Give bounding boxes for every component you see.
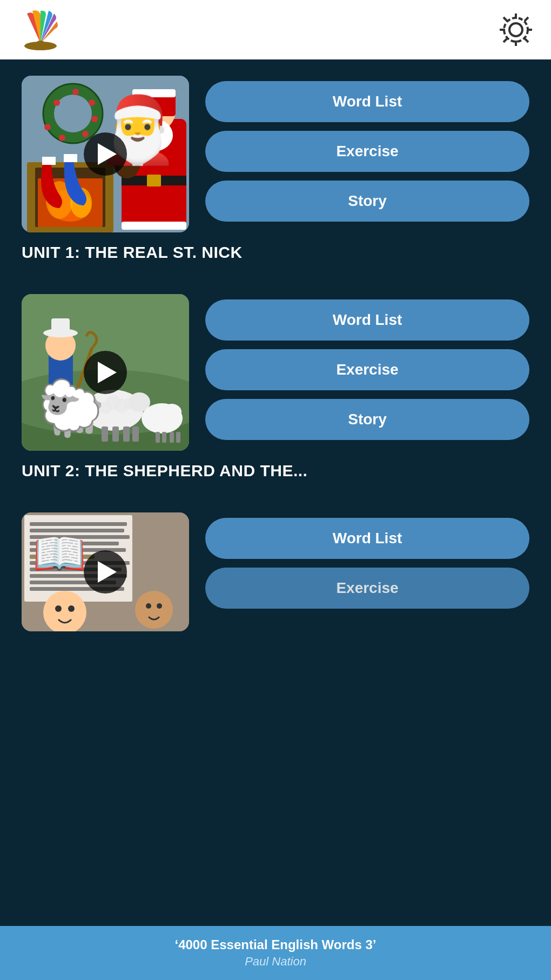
footer-book-title: ‘4000 Essential English Words 3’ [174,937,376,952]
svg-point-73 [135,591,173,629]
svg-rect-64 [30,555,95,559]
unit-2-wordlist-button[interactable]: Word List [205,299,529,341]
unit-2-row: Word List Exercise Story [22,294,529,451]
unit-2-story-button[interactable]: Story [205,399,529,440]
unit-1-block: Word List Exercise Story UNIT 1: THE REA… [22,76,529,262]
unit-3-play-button[interactable] [84,550,127,594]
svg-rect-61 [30,542,119,545]
footer-author: Paul Nation [245,955,306,969]
main-content: Word List Exercise Story UNIT 1: THE REA… [0,59,551,729]
svg-rect-20 [42,157,56,165]
unit-3-wordlist-button[interactable]: Word List [205,518,529,559]
svg-point-74 [146,603,151,609]
unit-1-thumbnail[interactable] [22,76,189,232]
svg-point-11 [82,131,89,137]
svg-point-75 [157,603,162,609]
svg-rect-28 [122,222,186,230]
unit-3-row: Word List Exercise [22,512,529,631]
unit-2-buttons: Word List Exercise Story [205,294,529,440]
svg-point-23 [132,89,176,132]
unit-3-exercise-button[interactable]: Exercise [205,568,529,609]
unit-2-thumbnail[interactable] [22,294,189,451]
svg-rect-44 [132,426,139,442]
play-icon [98,143,117,165]
unit-3-thumbnail[interactable] [22,512,189,631]
unit-2-block: Word List Exercise Story UNIT 2: THE SHE… [22,294,529,480]
app-logo[interactable] [16,8,65,51]
svg-rect-24 [132,92,176,116]
svg-rect-63 [30,555,95,559]
svg-point-3 [504,18,528,42]
svg-point-2 [509,23,522,36]
svg-point-47 [162,404,182,420]
svg-point-29 [135,119,173,151]
svg-rect-50 [170,432,174,443]
svg-point-10 [91,116,98,122]
play-icon [98,561,117,583]
svg-point-8 [72,89,79,95]
svg-point-71 [55,605,62,612]
unit-1-exercise-button[interactable]: Exercise [205,131,529,172]
unit-1-wordlist-button[interactable]: Word List [205,81,529,122]
svg-rect-21 [64,154,77,162]
svg-point-7 [53,99,60,106]
svg-point-13 [44,124,51,130]
svg-rect-27 [147,175,161,186]
svg-point-12 [59,135,65,141]
unit-1-story-button[interactable]: Story [205,181,529,222]
svg-rect-58 [30,522,127,526]
svg-rect-43 [123,426,130,442]
svg-rect-49 [162,432,166,443]
unit-1-buttons: Word List Exercise Story [205,76,529,222]
unit-2-play-button[interactable] [84,351,127,394]
svg-rect-42 [112,426,119,442]
unit-1-title: UNIT 1: THE REAL ST. NICK [22,243,529,262]
play-icon [98,362,117,383]
svg-rect-59 [30,529,124,532]
svg-rect-48 [156,432,160,443]
footer-bar: ‘4000 Essential English Words 3’ Paul Na… [0,926,551,980]
unit-3-buttons: Word List Exercise [205,512,529,609]
unit-1-play-button[interactable] [84,132,127,176]
svg-rect-60 [30,535,130,539]
svg-rect-34 [49,354,73,402]
svg-point-6 [54,95,92,132]
unit-2-title: UNIT 2: THE SHEPHERD AND THE... [22,462,529,480]
unit-1-row: Word List Exercise Story [22,76,529,232]
svg-point-72 [68,605,75,612]
svg-rect-25 [132,89,176,97]
unit-2-exercise-button[interactable]: Exercise [205,349,529,390]
app-header [0,0,551,59]
svg-rect-37 [51,318,70,336]
svg-point-9 [89,99,95,106]
svg-point-1 [36,41,45,46]
unit-3-block: Word List Exercise [22,512,529,631]
svg-rect-41 [102,426,108,442]
svg-point-55 [124,398,136,410]
settings-icon[interactable] [497,11,535,49]
svg-rect-51 [176,432,180,443]
